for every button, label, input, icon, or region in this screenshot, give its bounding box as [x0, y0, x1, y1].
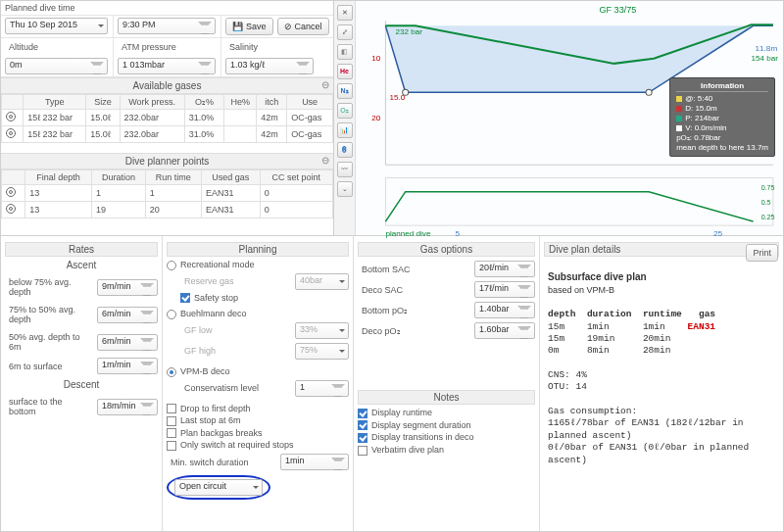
gear-icon[interactable] — [6, 187, 16, 197]
gases-table: TypeSizeWork press. O₂%He%itchUse 15ℓ 23… — [1, 94, 333, 143]
gfhigh-input: 75% — [295, 343, 349, 360]
gear-icon[interactable] — [6, 128, 16, 138]
gear-icon[interactable] — [6, 112, 16, 121]
r6tosurf-input[interactable]: 1m/min — [97, 358, 158, 374]
svg-point-3 — [646, 89, 652, 95]
altitude-input[interactable]: 0m — [5, 58, 108, 74]
display-transitions-check[interactable] — [358, 433, 368, 443]
rec-mode-radio[interactable] — [167, 261, 176, 270]
collapse-icon[interactable]: ⊖ — [321, 155, 329, 166]
svg-text:0.75: 0.75 — [761, 184, 775, 192]
atm-label: ATM pressure — [118, 40, 217, 54]
save-label: Save — [246, 22, 267, 31]
svg-text:10: 10 — [371, 54, 381, 63]
vpmb-label: VPM-B deco — [180, 366, 230, 376]
drop-first-label: Drop to first depth — [180, 404, 251, 413]
r50to6-label: 50% avg. depth to 6m — [5, 330, 93, 354]
atm-input[interactable]: 1 013mbar — [118, 58, 216, 74]
deco-po2-input[interactable]: 1.60bar — [474, 322, 535, 339]
tool-o2-icon[interactable]: O₂ — [337, 103, 353, 119]
min-switch-label: Min. switch duration — [167, 456, 276, 469]
last-stop-label: Last stop at 6m — [180, 415, 241, 425]
dive-plan-text: Subsurface dive plan based on VPM-B dept… — [544, 259, 779, 478]
r6tosurf-label: 6m to surface — [5, 360, 93, 373]
conservatism-input[interactable]: 1 — [295, 380, 349, 397]
tool-tank-icon[interactable]: 🛢 — [337, 142, 353, 158]
collapse-icon[interactable]: ⊖ — [321, 79, 329, 90]
display-segment-check[interactable] — [358, 420, 368, 430]
save-button[interactable]: 💾 Save — [225, 18, 273, 35]
gear-icon[interactable] — [6, 204, 16, 214]
gf-annotation: GF 33/75 — [599, 5, 636, 15]
deco-sac-input[interactable]: 17ℓ/min — [474, 281, 535, 298]
tool-close-icon[interactable]: ✕ — [337, 5, 353, 21]
table-row[interactable]: 1311 EAN310 — [2, 185, 333, 202]
cancel-label: Cancel — [295, 22, 322, 31]
tool-chart-icon[interactable]: 📊 — [337, 122, 353, 138]
dive-planner-points-title: Dive planner points⊖ — [1, 153, 333, 169]
display-segment-label: Display segment duration — [371, 420, 471, 430]
tool-he-icon[interactable]: He — [337, 64, 353, 79]
table-row[interactable]: 15ℓ 232 bar15.0ℓ232.0bar 31.0%42mOC-gas — [2, 110, 333, 126]
salinity-label: Salinity — [225, 40, 329, 54]
svg-text:11.8m: 11.8m — [756, 44, 778, 53]
planner-points-table: Final depthDurationRun time Used gasCC s… — [1, 169, 333, 218]
altitude-label: Altitude — [5, 40, 109, 54]
display-runtime-check[interactable] — [358, 409, 368, 418]
date-select[interactable]: Thu 10 Sep 2015 — [5, 18, 108, 34]
r75to50-input[interactable]: 6m/min — [97, 307, 158, 323]
gflow-label: GF low — [180, 323, 291, 337]
descent-input[interactable]: 18m/min — [97, 399, 158, 415]
chevron-down-icon[interactable]: ⌄ — [337, 181, 353, 197]
tool-grey-icon[interactable]: ◧ — [337, 44, 353, 60]
planned-dive-time-label: Planned dive time — [1, 1, 333, 16]
svg-text:0.25: 0.25 — [761, 214, 775, 221]
descent-subtitle: Descent — [5, 378, 158, 391]
circuit-mode-select[interactable]: Open circuit — [174, 479, 263, 496]
time-select[interactable]: 9:30 PM — [118, 18, 216, 34]
rates-title: Rates — [5, 242, 158, 257]
deco-po2-label: Deco pO₂ — [358, 324, 470, 338]
svg-text:5: 5 — [455, 229, 460, 238]
bottom-sac-input[interactable]: 20ℓ/min — [474, 261, 535, 277]
below75-input[interactable]: 9m/min — [97, 279, 158, 296]
display-transitions-label: Display transitions in deco — [371, 432, 474, 442]
vpmb-radio[interactable] — [167, 367, 176, 377]
dive-plan-details-title: Dive plan details Print — [544, 242, 779, 257]
notes-title: Notes — [358, 390, 535, 405]
chart-info-tooltip: Information @: 5:40 D: 15.0m P: 214bar V… — [669, 77, 775, 157]
gflow-input: 33% — [295, 322, 349, 339]
buehlmann-radio[interactable] — [167, 310, 176, 319]
table-row[interactable]: 15ℓ 232 bar15.0ℓ232.0bar 31.0%42mOC-gas — [2, 126, 333, 143]
only-switch-check[interactable] — [167, 441, 176, 451]
rec-mode-label: Recreational mode — [180, 260, 255, 269]
circuit-highlight: Open circuit — [167, 475, 270, 500]
safety-stop-check[interactable] — [180, 293, 190, 303]
drop-first-check[interactable] — [167, 404, 176, 413]
tool-zoom-icon[interactable]: ⤢ — [337, 24, 353, 40]
svg-text:15.0: 15.0 — [389, 93, 405, 102]
backgas-check[interactable] — [167, 428, 176, 438]
svg-text:planned dive: planned dive — [385, 229, 430, 238]
svg-text:232 bar: 232 bar — [396, 27, 423, 36]
only-switch-label: Only switch at required stops — [180, 440, 294, 450]
dive-profile-chart[interactable]: GF 33/75 232 bar 154 bar 11.8m 15.0 10 2… — [356, 1, 783, 235]
tool-n2-icon[interactable]: N₂ — [337, 83, 353, 99]
r50to6-input[interactable]: 6m/min — [97, 334, 158, 351]
verbatim-check[interactable] — [358, 446, 368, 456]
gfhigh-label: GF high — [180, 344, 291, 358]
bottom-po2-input[interactable]: 1.40bar — [474, 302, 535, 318]
descent-label: surface to the bottom — [5, 395, 93, 418]
gas-options-title: Gas options — [358, 242, 535, 257]
print-button[interactable]: Print — [746, 244, 778, 262]
cancel-button[interactable]: ⊘ Cancel — [277, 18, 329, 35]
last-stop-check[interactable] — [167, 416, 176, 426]
salinity-input[interactable]: 1.03 kg/ℓ — [225, 58, 314, 74]
display-runtime-label: Display runtime — [371, 408, 432, 417]
table-row[interactable]: 131920 EAN310 — [2, 202, 333, 218]
chart-toolbar: ✕ ⤢ ◧ He N₂ O₂ 📊 🛢 〰 ⌄ — [334, 1, 356, 235]
tool-profile-icon[interactable]: 〰 — [337, 162, 353, 177]
planning-title: Planning — [167, 242, 349, 257]
min-switch-input[interactable]: 1min — [280, 454, 349, 470]
ascent-subtitle: Ascent — [5, 259, 158, 271]
